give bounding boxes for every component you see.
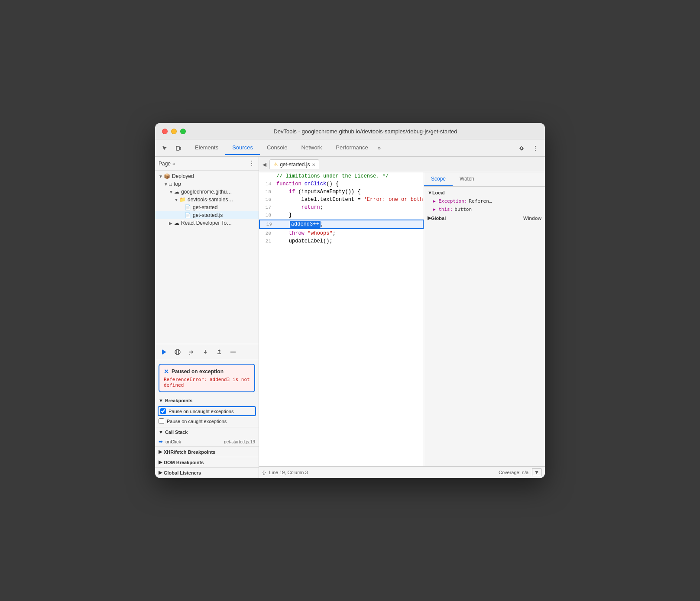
line-content: updateLabel(); xyxy=(275,237,424,245)
code-line-14: 14 function onClick() { xyxy=(259,180,424,188)
resume-button[interactable] xyxy=(159,347,169,357)
tab-network[interactable]: Network xyxy=(295,141,329,155)
exception-title-text: Paused on exception xyxy=(172,368,224,375)
scope-local-label: Local xyxy=(432,190,445,195)
more-tabs-button[interactable]: » xyxy=(375,141,383,155)
editor-tab-close[interactable]: ✕ xyxy=(312,162,315,167)
content-area: Page » ⋮ ▼ 📦 Deployed ▼ □ top xyxy=(155,157,545,478)
step-over-button[interactable] xyxy=(186,347,197,357)
highlighted-code: addend3++ xyxy=(290,221,321,228)
tree-label: devtools-samples… xyxy=(188,197,233,203)
pause-uncaught-checkbox[interactable] xyxy=(160,408,166,414)
call-stack-location: get-started.js:19 xyxy=(224,439,255,444)
sidebar-more-icon[interactable]: » xyxy=(172,161,175,166)
tab-bar-tools xyxy=(159,142,185,154)
tree-arrow: ▼ xyxy=(174,197,179,202)
tree-item-devtools-samples[interactable]: ▼ 📁 devtools-samples… xyxy=(155,196,259,204)
breakpoints-content: Pause on uncaught exceptions Pause on ca… xyxy=(155,405,259,427)
tab-bar-right: ⋮ xyxy=(515,142,541,154)
coverage-dropdown-icon[interactable]: ▼ xyxy=(532,469,541,476)
breakpoints-header[interactable]: ▼ Breakpoints xyxy=(155,396,259,405)
title-bar: DevTools - googlechrome.github.io/devtoo… xyxy=(155,123,545,139)
tree-item-get-started[interactable]: 📄 get-started xyxy=(155,204,259,211)
tab-console[interactable]: Console xyxy=(260,141,295,155)
sidebar-menu-icon[interactable]: ⋮ xyxy=(248,159,255,168)
deployed-icon: 📦 xyxy=(164,173,170,179)
global-listeners-arrow: ▶ xyxy=(159,470,162,475)
tree-item-react-devtools[interactable]: ▶ ☁ React Developer To… xyxy=(155,219,259,227)
tree-item-github[interactable]: ▼ ☁ googlechrome.githu… xyxy=(155,188,259,196)
scope-item-key: ▶ this: xyxy=(433,207,453,212)
xhr-breakpoints-header[interactable]: ▶ XHR/fetch Breakpoints xyxy=(155,447,259,457)
tree-arrow: ▼ xyxy=(169,190,174,194)
scope-item-key: ▶ Exception: xyxy=(433,198,467,204)
tab-elements[interactable]: Elements xyxy=(188,141,225,155)
line-number xyxy=(259,172,275,173)
minimize-button[interactable] xyxy=(171,129,177,134)
scope-global-label: Global xyxy=(431,216,446,221)
scope-local-header[interactable]: ▼ Local xyxy=(424,188,545,197)
maximize-button[interactable] xyxy=(180,129,186,134)
tree-item-top[interactable]: ▼ □ top xyxy=(155,180,259,188)
global-listeners-header[interactable]: ▶ Global Listeners xyxy=(155,468,259,478)
pause-on-exception-button[interactable] xyxy=(172,347,183,357)
pause-caught-checkbox[interactable] xyxy=(159,418,164,424)
scope-tabs: Scope Watch xyxy=(424,172,545,187)
editor-tab-get-started-js[interactable]: ⚠ get-started.js ✕ xyxy=(269,159,319,169)
top-icon: □ xyxy=(169,181,172,187)
js-file-icon: 📄 xyxy=(185,212,191,218)
dom-breakpoints-header[interactable]: ▶ DOM Breakpoints xyxy=(155,457,259,467)
call-stack-section: ▼ Call Stack ➡ onClick get-started.js:19 xyxy=(155,427,259,447)
tab-scope[interactable]: Scope xyxy=(424,172,453,186)
cursor-icon[interactable] xyxy=(159,142,171,154)
line-number: 20 xyxy=(259,229,275,237)
tree-label: React Developer To… xyxy=(181,220,232,226)
tree-label: googlechrome.githu… xyxy=(181,189,232,195)
device-icon[interactable] xyxy=(172,142,185,154)
left-column: Page » ⋮ ▼ 📦 Deployed ▼ □ top xyxy=(155,157,259,478)
breakpoints-label: Breakpoints xyxy=(165,398,193,403)
dom-arrow: ▶ xyxy=(159,459,162,465)
tab-sources[interactable]: Sources xyxy=(225,141,260,155)
call-stack-item-onclick[interactable]: ➡ onClick get-started.js:19 xyxy=(155,437,259,446)
tab-performance[interactable]: Performance xyxy=(329,141,375,155)
format-icon[interactable]: {} xyxy=(262,470,266,475)
code-line-18: 18 } xyxy=(259,211,424,219)
cursor-position: Line 19, Column 3 xyxy=(269,470,308,475)
svg-marker-2 xyxy=(162,349,166,355)
line-content: function onClick() { xyxy=(275,180,424,188)
settings-icon[interactable] xyxy=(515,142,528,154)
back-icon[interactable]: ◀| xyxy=(262,162,268,168)
close-button[interactable] xyxy=(162,129,168,134)
tab-bar: Elements Sources Console Network Perform… xyxy=(155,139,545,157)
step-into-button[interactable] xyxy=(200,347,211,357)
svg-rect-4 xyxy=(230,352,236,352)
dom-label: DOM Breakpoints xyxy=(164,460,204,465)
tree-item-deployed[interactable]: ▼ 📦 Deployed xyxy=(155,172,259,180)
tree-label: top xyxy=(174,181,181,187)
window-title: DevTools - googlechrome.github.io/devtoo… xyxy=(193,128,538,135)
editor-tabs: ◀| ⚠ get-started.js ✕ xyxy=(259,157,545,172)
tree-label: get-started xyxy=(193,204,217,210)
tab-watch[interactable]: Watch xyxy=(453,172,481,186)
status-bar-right: Coverage: n/a ▼ xyxy=(499,469,541,476)
scope-global-header[interactable]: ▶ Global Window xyxy=(424,213,545,223)
call-stack-header[interactable]: ▼ Call Stack xyxy=(155,427,259,437)
step-out-button[interactable] xyxy=(214,347,224,357)
sidebar-page-label: Page xyxy=(159,161,171,167)
exception-title: ✕ Paused on exception xyxy=(164,368,250,375)
line-number: 15 xyxy=(259,188,275,196)
deactivate-breakpoints-button[interactable] xyxy=(228,347,238,357)
status-bar: {} Line 19, Column 3 Coverage: n/a ▼ xyxy=(259,466,545,478)
line-number: 16 xyxy=(259,196,275,204)
folder-icon: 📁 xyxy=(179,197,186,203)
code-line: // limitations under the License. */ xyxy=(259,172,424,180)
tree-item-get-started-js[interactable]: 📄 get-started.js xyxy=(155,211,259,219)
scope-local-arrow: ▼ xyxy=(428,190,432,195)
xhr-arrow: ▶ xyxy=(159,449,162,455)
exception-panel: ✕ Paused on exception ReferenceError: ad… xyxy=(159,364,255,392)
line-content: addend3++; xyxy=(275,220,423,228)
menu-icon[interactable]: ⋮ xyxy=(529,142,541,154)
editor-scope-area: // limitations under the License. */ 14 … xyxy=(259,172,545,466)
warning-icon: ⚠ xyxy=(273,162,278,168)
